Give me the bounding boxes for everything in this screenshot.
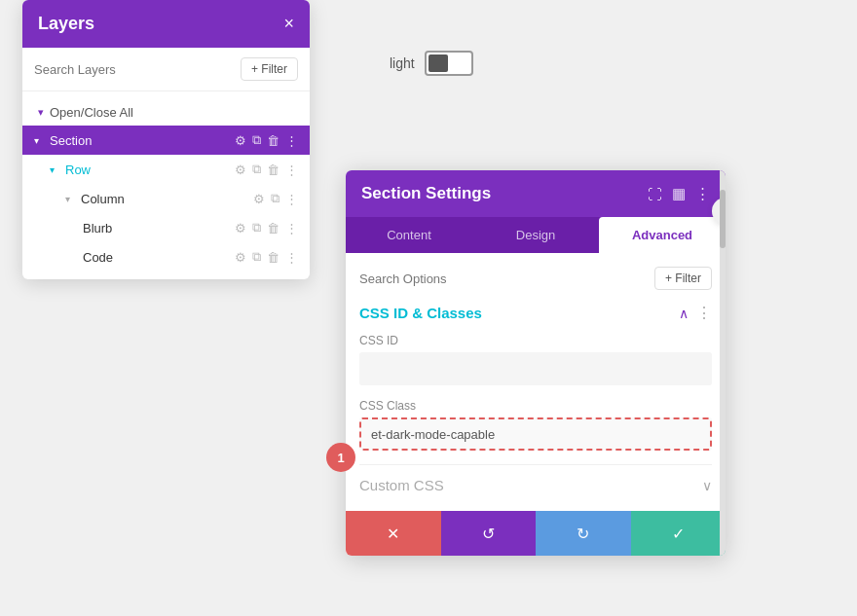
settings-body: + Filter CSS ID & Classes ∧ ⋮ CSS ID CSS… [346, 253, 726, 511]
layer-section-name: Section [50, 133, 235, 148]
open-close-arrow: ▾ [38, 106, 44, 119]
css-section-controls: ∧ ⋮ [679, 304, 712, 322]
settings-icon[interactable]: ⚙ [253, 192, 265, 206]
layer-row-arrow: ▾ [50, 164, 63, 175]
settings-footer: ✕ ↺ ↻ ✓ [346, 511, 726, 556]
more-icon[interactable]: ⋮ [285, 250, 298, 265]
more-icon[interactable]: ⋮ [285, 163, 298, 177]
copy-icon[interactable]: ⧉ [252, 132, 261, 148]
copy-icon[interactable]: ⧉ [252, 162, 261, 177]
copy-icon[interactable]: ⧉ [252, 249, 261, 265]
settings-tabs: Content Design Advanced [346, 217, 726, 253]
layers-close-button[interactable]: × [283, 14, 294, 34]
custom-css-section-header[interactable]: Custom CSS ∨ [359, 464, 712, 497]
layer-item-column[interactable]: ▾ Column ⚙ ⧉ ⋮ [22, 184, 310, 213]
tab-advanced[interactable]: Advanced [599, 217, 726, 253]
save-button[interactable]: ✓ [631, 511, 727, 556]
settings-panel-title: Section Settings [361, 184, 491, 203]
css-id-field-group: CSS ID [359, 334, 712, 385]
css-class-input[interactable] [359, 417, 712, 451]
settings-icon[interactable]: ⚙ [235, 221, 246, 236]
light-toggle[interactable] [425, 51, 473, 76]
more-icon[interactable]: ⋮ [285, 133, 298, 148]
layer-blurb-name: Blurb [83, 221, 235, 236]
layers-body: ▾ Open/Close All ▾ Section ⚙ ⧉ 🗑 ⋮ ▾ Row… [22, 91, 310, 279]
settings-icon[interactable]: ⚙ [235, 250, 246, 265]
layer-code-name: Code [83, 250, 235, 265]
step-badge: 1 [326, 443, 355, 472]
open-close-all[interactable]: ▾ Open/Close All [22, 99, 310, 126]
layer-row-icons: ⚙ ⧉ 🗑 ⋮ [235, 162, 298, 177]
css-id-input[interactable] [359, 352, 712, 385]
scrollbar-thumb [720, 190, 726, 248]
redo-button[interactable]: ↻ [536, 511, 631, 556]
custom-css-title: Custom CSS [359, 477, 444, 493]
cancel-button[interactable]: ✕ [346, 511, 441, 556]
layers-panel-header: Layers × [22, 0, 310, 48]
layer-item-row[interactable]: ▾ Row ⚙ ⧉ 🗑 ⋮ [22, 155, 310, 184]
settings-icon[interactable]: ⚙ [235, 133, 246, 148]
layer-column-arrow: ▾ [65, 194, 79, 204]
settings-search-bar: + Filter [359, 267, 712, 290]
layer-row-name: Row [65, 163, 235, 177]
expand-icon[interactable]: ⛶ [648, 186, 662, 202]
layers-title: Layers [38, 14, 94, 34]
trash-icon[interactable]: 🗑 [267, 133, 279, 148]
layers-filter-button[interactable]: + Filter [241, 57, 298, 81]
css-section-title: CSS ID & Classes [359, 305, 482, 321]
settings-filter-button[interactable]: + Filter [654, 267, 712, 290]
light-label: light [390, 55, 415, 71]
layer-section-arrow: ▾ [34, 135, 48, 146]
section-settings-panel: ✕ Section Settings ⛶ ▦ ⋮ Content Design … [346, 170, 726, 556]
light-toggle-inner [428, 54, 448, 72]
columns-icon[interactable]: ▦ [672, 185, 686, 202]
scrollbar[interactable] [720, 170, 726, 556]
layer-code-icons: ⚙ ⧉ 🗑 ⋮ [235, 249, 298, 265]
layers-panel: Layers × + Filter ▾ Open/Close All ▾ Sec… [22, 0, 310, 279]
layer-section-icons: ⚙ ⧉ 🗑 ⋮ [235, 132, 298, 148]
more-settings-icon[interactable]: ⋮ [695, 185, 710, 202]
open-close-label: Open/Close All [50, 105, 133, 120]
more-icon[interactable]: ⋮ [285, 221, 298, 236]
css-classes-section-header: CSS ID & Classes ∧ ⋮ [359, 304, 712, 322]
css-id-label: CSS ID [359, 334, 712, 347]
copy-icon[interactable]: ⧉ [252, 220, 261, 236]
tab-design[interactable]: Design [472, 217, 599, 253]
layer-item-blurb[interactable]: Blurb ⚙ ⧉ 🗑 ⋮ [22, 213, 310, 242]
tab-content[interactable]: Content [346, 217, 472, 253]
settings-panel-header: Section Settings ⛶ ▦ ⋮ [346, 170, 726, 217]
settings-header-icons: ⛶ ▦ ⋮ [648, 185, 710, 202]
layer-item-code[interactable]: Code ⚙ ⧉ 🗑 ⋮ [22, 242, 310, 272]
layers-search-bar: + Filter [22, 48, 310, 91]
undo-button[interactable]: ↺ [441, 511, 537, 556]
layers-search-input[interactable] [34, 62, 233, 77]
layer-item-section[interactable]: ▾ Section ⚙ ⧉ 🗑 ⋮ [22, 126, 310, 155]
copy-icon[interactable]: ⧉ [271, 191, 279, 206]
css-class-label: CSS Class [359, 399, 712, 413]
custom-css-chevron: ∨ [702, 478, 712, 493]
css-class-field-group: CSS Class [359, 399, 712, 451]
layer-blurb-icons: ⚙ ⧉ 🗑 ⋮ [235, 220, 298, 236]
layer-column-icons: ⚙ ⧉ ⋮ [253, 191, 298, 206]
css-section-chevron[interactable]: ∧ [679, 306, 689, 321]
light-toggle-area: light [390, 51, 473, 76]
settings-icon[interactable]: ⚙ [235, 163, 246, 177]
css-section-dots[interactable]: ⋮ [696, 304, 712, 322]
more-icon[interactable]: ⋮ [285, 192, 298, 206]
layer-column-name: Column [81, 192, 253, 206]
trash-icon[interactable]: 🗑 [267, 221, 279, 236]
settings-search-input[interactable] [359, 272, 654, 286]
trash-icon[interactable]: 🗑 [267, 163, 279, 177]
trash-icon[interactable]: 🗑 [267, 250, 279, 265]
